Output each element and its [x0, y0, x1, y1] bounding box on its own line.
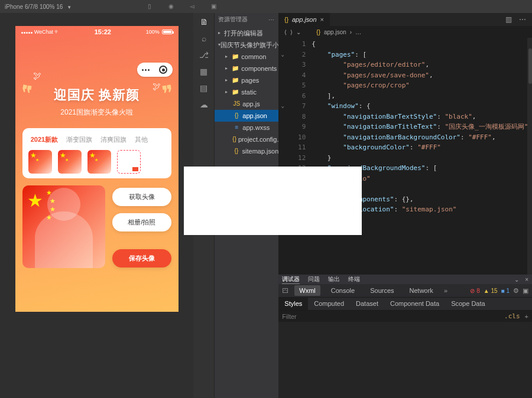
project-root[interactable]: ▾国庆节头像护旗手小程序源码: [215, 39, 278, 51]
explorer-icon[interactable]: 🗎: [199, 17, 209, 27]
toolbar-icons: ▯ ◉ ◅ ▣: [145, 2, 218, 10]
close-icon[interactable]: ×: [320, 16, 324, 23]
more-icon[interactable]: ⋯: [268, 17, 275, 23]
file-appjs[interactable]: JSapp.js: [215, 98, 278, 110]
panel-wxml[interactable]: Wxml: [294, 285, 320, 296]
signal-icon: [21, 29, 33, 35]
dock-icon[interactable]: ▣: [523, 287, 528, 295]
template-thumb[interactable]: [28, 150, 52, 174]
battery-text: 100%: [146, 29, 160, 35]
album-button[interactable]: 相册/拍照: [112, 213, 171, 231]
template-thumb[interactable]: [87, 150, 111, 174]
file-tree: ▸打开的编辑器 ▾国庆节头像护旗手小程序源码 ▸📁common ▸📁compon…: [215, 26, 278, 158]
dove-icon: 🕊: [153, 81, 161, 91]
tab-debugger[interactable]: 调试器: [282, 275, 300, 284]
branch-icon[interactable]: ⎇: [199, 50, 209, 60]
breadcrumb-more[interactable]: …: [355, 29, 361, 35]
code-editor[interactable]: ⌄⌄⌄ 1234567891011121314151617 { "pages":…: [278, 38, 532, 275]
template-card: 2021新款 渐变国旗 清爽国旗 其他: [22, 128, 171, 178]
device-selector[interactable]: iPhone 6/7/8 100% 16 ▼: [5, 4, 72, 10]
file-appwxss[interactable]: ≡app.wxss: [215, 122, 278, 133]
folder-common[interactable]: ▸📁common: [215, 51, 278, 63]
share-icon[interactable]: ◅: [188, 2, 196, 10]
nav-down-icon[interactable]: ⌄: [296, 29, 301, 35]
template-thumb-custom[interactable]: [117, 150, 141, 174]
tab-output[interactable]: 输出: [328, 275, 340, 283]
close-icon[interactable]: [159, 66, 167, 74]
chevron-right-icon: ›: [350, 29, 352, 35]
chevron-down-icon: ▼: [67, 5, 72, 10]
subtab-dataset[interactable]: Dataset: [350, 298, 384, 310]
more-panels-icon[interactable]: »: [444, 287, 447, 294]
phone-screen: WeChat ᯤ 15:22 100% ❞ ❞ 🕊 🕊 迎国庆 换新颜 20: [15, 26, 179, 312]
nav-fwd-icon[interactable]: ⟩: [290, 29, 293, 35]
split-editor-icon[interactable]: ▥: [505, 15, 512, 24]
phone-icon[interactable]: ▯: [145, 2, 154, 10]
statusbar-right: 100%: [146, 29, 173, 35]
minimap[interactable]: [527, 38, 532, 275]
json-icon: {}: [316, 29, 320, 35]
tab-problems[interactable]: 问题: [308, 275, 320, 283]
cls-toggle[interactable]: .cls: [504, 312, 520, 320]
device-label: iPhone 6/7/8 100% 16: [5, 4, 63, 10]
split-icon[interactable]: ▣: [209, 2, 218, 10]
template-thumbs: [28, 150, 166, 174]
file-sitemap[interactable]: {}sitemap.json: [215, 145, 278, 157]
folder-static[interactable]: ▸📁static: [215, 86, 278, 98]
devtools-panel: 调试器 问题 输出 终端 ⌄ × ⮹ Wxml Console Sources …: [278, 275, 532, 398]
inspect-icon[interactable]: ⮹: [282, 287, 288, 294]
warning-badge[interactable]: ▲ 15: [484, 288, 498, 294]
panel-sources[interactable]: Sources: [365, 285, 398, 296]
editor-tab-appjson[interactable]: {} app.json ×: [278, 13, 330, 26]
extension-icon[interactable]: ▦: [199, 66, 209, 77]
template-tabs: 2021新款 渐变国旗 清爽国旗 其他: [28, 135, 166, 150]
stop-icon[interactable]: ◉: [167, 2, 175, 10]
file-projectconfig[interactable]: {}project.config.json: [215, 133, 278, 145]
close-icon[interactable]: ×: [525, 276, 528, 283]
panel-console[interactable]: Console: [326, 285, 359, 296]
error-badge[interactable]: ⊘ 8: [470, 288, 479, 294]
collapse-icon[interactable]: ⌄: [514, 276, 519, 283]
add-rule-icon[interactable]: +: [525, 313, 528, 320]
file-appjson[interactable]: {}app.json: [215, 110, 278, 122]
subtab-computed[interactable]: Computed: [308, 298, 350, 310]
avatar-preview[interactable]: ★ ★ ★ ★ ★: [22, 185, 105, 268]
battery-icon: [162, 30, 173, 34]
editor-tab-row: {} app.json × ▥ ⋯: [278, 13, 532, 26]
subtab-scopedata[interactable]: Scope Data: [445, 298, 491, 310]
search-icon[interactable]: ⌕: [199, 33, 209, 44]
tab-2021[interactable]: 2021新款: [31, 135, 58, 144]
open-editors-section[interactable]: ▸打开的编辑器: [215, 27, 278, 39]
explorer-header: 资源管理器 ⋯: [215, 13, 278, 26]
tab-clean[interactable]: 清爽国旗: [100, 135, 126, 144]
info-badge[interactable]: ■ 1: [501, 288, 510, 294]
panel-network[interactable]: Network: [405, 285, 438, 296]
capsule-button[interactable]: [137, 63, 173, 77]
template-thumb[interactable]: [58, 150, 82, 174]
subtab-styles[interactable]: Styles: [278, 298, 308, 310]
breadcrumb[interactable]: ⟨ ⟩ ⌄ {} app.json › …: [278, 26, 532, 38]
devtools-topbar: 调试器 问题 输出 终端 ⌄ ×: [278, 275, 532, 284]
styles-filter-input[interactable]: Filter: [282, 313, 504, 320]
folder-components[interactable]: ▸📁components: [215, 63, 278, 74]
devtools-panels: ⮹ Wxml Console Sources Network » ⊘ 8 ▲ 1…: [278, 284, 532, 297]
action-buttons: 获取头像 相册/拍照 保存头像: [112, 185, 171, 268]
gear-icon[interactable]: ⚙: [513, 287, 519, 295]
tab-terminal[interactable]: 终端: [348, 275, 360, 283]
subtab-compdata[interactable]: Component Data: [384, 298, 445, 310]
debug-icon[interactable]: ▤: [199, 83, 209, 93]
tab-other[interactable]: 其他: [135, 135, 148, 144]
more-icon[interactable]: [142, 69, 150, 71]
tab-gradient[interactable]: 渐变国旗: [66, 135, 92, 144]
folder-pages[interactable]: ▸📁pages: [215, 74, 278, 86]
get-avatar-button[interactable]: 获取头像: [112, 188, 171, 206]
tab-label: app.json: [292, 16, 317, 23]
code-content[interactable]: { "pages": [ "pages/editor/editor", "pag…: [312, 38, 532, 275]
fold-gutter[interactable]: ⌄⌄⌄: [278, 38, 287, 275]
save-avatar-button[interactable]: 保存头像: [112, 249, 171, 267]
more-icon[interactable]: ⋯: [519, 15, 526, 24]
nav-back-icon[interactable]: ⟨: [284, 29, 287, 35]
breadcrumb-file[interactable]: app.json: [324, 29, 346, 35]
cloud-icon[interactable]: ☁: [199, 99, 209, 110]
devtools-body[interactable]: [278, 322, 532, 398]
